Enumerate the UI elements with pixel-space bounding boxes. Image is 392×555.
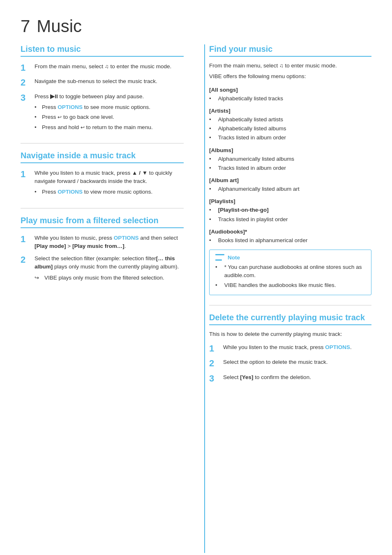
back-icon: ↩	[81, 125, 85, 130]
step-content: Press ▶II to toggle between play and pau…	[35, 92, 184, 133]
bullet-dot: •	[35, 113, 40, 121]
sub-bullet-text: Press OPTIONS to see more music options.	[42, 103, 150, 111]
list-item: • Alphabetically listed artists	[209, 116, 371, 124]
step-number: 1	[21, 169, 32, 180]
section-heading-delete: Delete the currently playing music track	[209, 313, 371, 325]
section-listen-to-music: Listen to music 1 From the main menu, se…	[21, 44, 184, 133]
section-navigate-inside: Navigate inside a music track 1 While yo…	[21, 151, 184, 198]
play-filtered-step-2: 2 Select the selection filter (example: …	[21, 254, 184, 284]
music-note-icon: ♫	[279, 62, 284, 69]
bracket-text: [Play music from…]	[72, 243, 125, 249]
category-bullets: • Alphanumerically listed album art	[209, 185, 371, 193]
note-box: Note • * You can purchase audiobooks at …	[209, 250, 371, 295]
left-column: Listen to music 1 From the main menu, se…	[21, 44, 188, 553]
step-sub-bullets: • Press OPTIONS to see more music option…	[35, 103, 184, 132]
list-item: • Alphanumerically listed albums	[209, 155, 371, 163]
listen-steps-list: 1 From the main menu, select ♫ to enter …	[21, 62, 184, 133]
step-content: While you listen to the music track, pre…	[223, 343, 371, 352]
listen-step-2: 2 Navigate the sub-menus to select the m…	[21, 77, 184, 88]
find-intro-1: From the main menu, select ♫ to enter mu…	[209, 62, 371, 70]
step-content: Select the option to delete the music tr…	[223, 358, 371, 366]
step-number: 3	[209, 373, 221, 384]
bullet-dot: •	[35, 123, 40, 132]
section-delete-track: Delete the currently playing music track…	[209, 313, 371, 384]
step-content: While you listen to a music track, press…	[35, 169, 184, 198]
category-title: [Playlists]	[209, 198, 371, 204]
section-heading-find: Find your music	[209, 44, 371, 57]
menu-category-audiobooks: [Audiobooks]* • Books listed in alphanum…	[209, 229, 371, 245]
category-title: [Audiobooks]*	[209, 229, 371, 235]
list-item: • Alphanumerically listed album art	[209, 185, 371, 193]
step-content: Navigate the sub-menus to select the mus…	[35, 77, 184, 86]
step-number: 3	[21, 92, 32, 103]
step-sub-bullets: • Press OPTIONS to view more music optio…	[35, 188, 184, 196]
step-number: 2	[209, 358, 221, 369]
menu-category-albums: [Albums] • Alphanumerically listed album…	[209, 147, 371, 173]
category-bullets: • Alphabetically listed artists • Alphab…	[209, 116, 371, 142]
bullet-dot: •	[209, 164, 215, 172]
divider	[21, 208, 184, 208]
section-heading-navigate: Navigate inside a music track	[21, 151, 184, 163]
list-item: • Books listed in alphanumerical order	[209, 236, 371, 245]
list-item: • Tracks listed in playlist order	[209, 215, 371, 224]
navigate-steps-list: 1 While you listen to a music track, pre…	[21, 169, 184, 198]
sub-bullet-back: • Press ↩ to go back one level.	[35, 113, 184, 121]
divider	[209, 305, 371, 305]
section-play-filtered: Play music from a filtered selection 1 W…	[21, 216, 184, 284]
listen-step-3: 3 Press ▶II to toggle between play and p…	[21, 92, 184, 133]
category-bullets: • [Playlist-on-the-go] • Tracks listed i…	[209, 206, 371, 224]
find-intro-2: VIBE offers the following menu options:	[209, 72, 371, 81]
category-bullets: • Alphanumerically listed albums • Track…	[209, 155, 371, 173]
menu-category-album-art: [Album art] • Alphanumerically listed al…	[209, 177, 371, 193]
delete-step-1: 1 While you listen to the music track, p…	[209, 343, 371, 354]
delete-step-2: 2 Select the option to delete the music …	[209, 358, 371, 369]
delete-intro: This is how to delete the currently play…	[209, 330, 371, 338]
list-item: • Alphabetically listed albums	[209, 125, 371, 133]
section-find-music: Find your music From the main menu, sele…	[209, 44, 371, 295]
bullet-dot: •	[215, 281, 221, 289]
bullet-dot: •	[209, 185, 215, 193]
sub-bullet-text: Press ↩ to go back one level.	[42, 113, 114, 121]
sub-bullet-text: VIBE plays only music from the filtered …	[44, 274, 164, 282]
bullet-dot: •	[209, 215, 215, 224]
bullet-dot: •	[209, 116, 215, 124]
options-keyword: OPTIONS	[114, 235, 139, 241]
list-item: • Tracks listed in album order	[209, 134, 371, 142]
step-sub-bullets: ↪ VIBE plays only music from the filtere…	[35, 274, 184, 282]
back-icon: ↩	[58, 114, 62, 120]
bullet-dot: •	[209, 125, 215, 133]
bullet-dot: •	[35, 103, 40, 111]
bullet-dot: •	[215, 263, 221, 271]
section-heading-listen: Listen to music	[21, 44, 184, 57]
menu-category-all-songs: [All songs] • Alphabetically listed trac…	[209, 87, 371, 103]
step-content: Select [Yes] to confirm the deletion.	[223, 373, 371, 382]
list-item: • VIBE handles the audiobooks like music…	[215, 281, 365, 289]
bracket-text: [Play mode]	[35, 243, 66, 249]
step-number: 1	[209, 343, 221, 354]
options-keyword: OPTIONS	[58, 104, 83, 110]
sub-bullet-text: Press and hold ↩ to return to the main m…	[42, 123, 153, 132]
bullet-dot: •	[209, 236, 215, 245]
delete-steps-list: 1 While you listen to the music track, p…	[209, 343, 371, 384]
sub-bullet-options: • Press OPTIONS to see more music option…	[35, 103, 184, 111]
list-item: • * You can purchase audiobooks at onlin…	[215, 263, 365, 280]
chapter-title: Music	[37, 16, 82, 36]
bullet-dot: •	[209, 206, 215, 214]
step-number: 2	[21, 254, 32, 265]
step-number: 1	[21, 62, 32, 73]
note-label: Note	[228, 254, 240, 261]
list-item: • [Playlist-on-the-go]	[209, 206, 371, 214]
section-heading-play-filtered: Play music from a filtered selection	[21, 216, 184, 228]
category-title: [Artists]	[209, 108, 371, 114]
category-bullets: • Alphabetically listed tracks	[209, 95, 371, 103]
step-content: From the main menu, select ♫ to enter th…	[35, 62, 184, 71]
bullet-dot: •	[35, 188, 40, 196]
list-item: • Alphabetically listed tracks	[209, 95, 371, 103]
category-bullets: • Books listed in alphanumerical order	[209, 236, 371, 245]
list-item: • Tracks listed in album order	[209, 164, 371, 172]
options-keyword: OPTIONS	[58, 189, 83, 195]
note-content: • * You can purchase audiobooks at onlin…	[215, 263, 365, 289]
delete-step-3: 3 Select [Yes] to confirm the deletion.	[209, 373, 371, 384]
sub-bullet-hold: • Press and hold ↩ to return to the main…	[35, 123, 184, 132]
chapter-heading: 7Music	[21, 16, 371, 36]
